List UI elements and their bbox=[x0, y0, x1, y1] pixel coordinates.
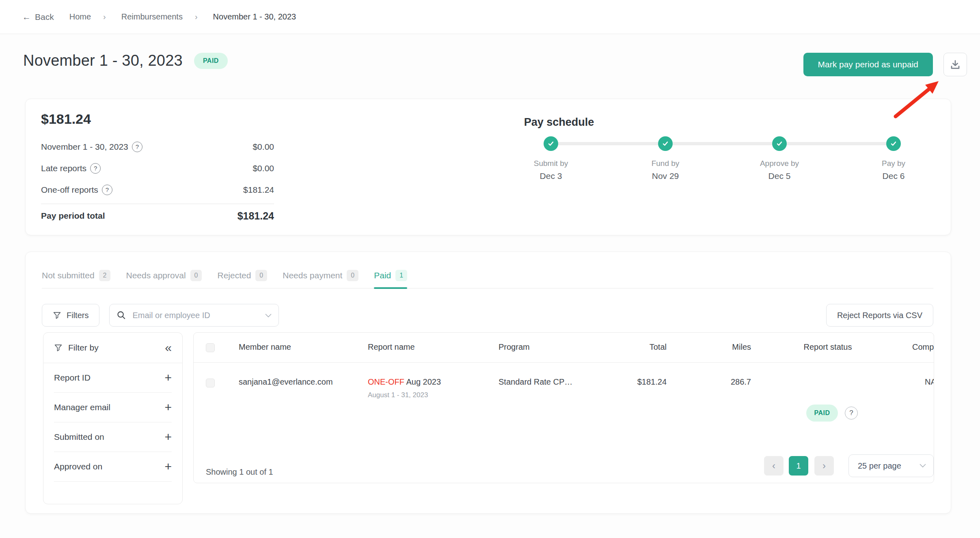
chevron-right-icon: › bbox=[103, 12, 106, 22]
breadcrumb-reimbursements[interactable]: Reimbursements bbox=[121, 12, 183, 22]
col-compliance: Compliance bbox=[912, 342, 934, 352]
page-header: November 1 - 30, 2023 PAID bbox=[23, 52, 228, 69]
filter-item-submitted-on[interactable]: Submitted on + bbox=[54, 422, 172, 452]
back-arrow-icon: ← bbox=[22, 12, 31, 22]
tab-count-badge: 0 bbox=[255, 270, 267, 281]
step-date: Dec 3 bbox=[506, 171, 596, 181]
funnel-icon bbox=[54, 344, 63, 352]
breadcrumb-home[interactable]: Home bbox=[69, 12, 91, 22]
cell-report-name: ONE-OFF Aug 2023 bbox=[368, 377, 441, 387]
tab-paid[interactable]: Paid 1 bbox=[374, 270, 407, 288]
search-field bbox=[109, 304, 279, 327]
reject-reports-csv-button[interactable]: Reject Reports via CSV bbox=[826, 304, 933, 327]
select-all-checkbox[interactable] bbox=[206, 343, 215, 352]
help-icon[interactable]: ? bbox=[845, 407, 858, 420]
chevron-right-icon: › bbox=[195, 12, 198, 22]
per-page-value: 25 per page bbox=[858, 461, 901, 471]
table-header: Member name Report name Program Total Mi… bbox=[194, 333, 934, 363]
pay-period-total-label: Pay period total bbox=[41, 211, 105, 221]
col-miles: Miles bbox=[690, 342, 751, 352]
summary-row-value: $0.00 bbox=[253, 142, 274, 152]
filter-item-report-id[interactable]: Report ID + bbox=[54, 363, 172, 393]
cell-compliance: NA bbox=[925, 377, 934, 387]
tab-count-badge: 1 bbox=[395, 270, 407, 281]
tab-count-badge: 0 bbox=[347, 270, 358, 281]
topbar: ← Back Home › Reimbursements › November … bbox=[0, 0, 980, 34]
step-date: Dec 5 bbox=[735, 171, 824, 181]
plus-icon[interactable]: + bbox=[164, 372, 172, 384]
cell-member-name: sanjana1@everlance.com bbox=[239, 377, 333, 387]
filter-panel-header: Filter by « bbox=[43, 333, 182, 363]
tab-needs-approval[interactable]: Needs approval 0 bbox=[126, 270, 202, 288]
cell-miles: 286.7 bbox=[690, 377, 751, 387]
search-input[interactable] bbox=[109, 304, 279, 327]
summary-row-value: $0.00 bbox=[253, 164, 274, 173]
row-checkbox[interactable] bbox=[206, 379, 215, 387]
summary-row-label: One-off reports bbox=[41, 185, 98, 195]
pay-period-total-amount: $181.24 bbox=[41, 111, 274, 127]
back-label: Back bbox=[35, 12, 54, 22]
plus-icon[interactable]: + bbox=[164, 401, 172, 413]
download-icon bbox=[949, 58, 961, 71]
per-page-select[interactable]: 25 per page bbox=[848, 454, 934, 477]
mark-unpaid-button[interactable]: Mark pay period as unpaid bbox=[803, 53, 933, 76]
summary-total-row: Pay period total $181.24 bbox=[41, 204, 274, 228]
next-page-button[interactable]: › bbox=[814, 456, 834, 476]
schedule-step-pay: Pay by Dec 6 bbox=[849, 136, 938, 181]
col-program: Program bbox=[499, 342, 530, 352]
step-date: Nov 29 bbox=[621, 171, 710, 181]
collapse-panel-icon[interactable]: « bbox=[165, 342, 172, 354]
step-label: Fund by bbox=[621, 159, 710, 168]
filter-bar: Filters bbox=[42, 304, 279, 327]
filters-button-label: Filters bbox=[67, 311, 89, 320]
plus-icon[interactable]: + bbox=[164, 431, 172, 443]
check-circle-icon bbox=[658, 136, 673, 151]
prev-page-button[interactable]: ‹ bbox=[764, 456, 784, 476]
schedule-step-submit: Submit by Dec 3 bbox=[506, 136, 596, 181]
help-icon[interactable]: ? bbox=[132, 142, 142, 152]
step-label: Approve by bbox=[735, 159, 824, 168]
check-circle-icon bbox=[886, 136, 901, 151]
summary-row: One-off reports ? $181.24 bbox=[41, 179, 274, 200]
schedule-step-fund: Fund by Nov 29 bbox=[621, 136, 710, 181]
chevron-left-icon: ‹ bbox=[772, 460, 775, 471]
page-1-button[interactable]: 1 bbox=[789, 456, 808, 476]
reports-table: Member name Report name Program Total Mi… bbox=[193, 332, 934, 483]
report-status-tabs: Not submitted 2 Needs approval 0 Rejecte… bbox=[42, 270, 933, 288]
plus-icon[interactable]: + bbox=[164, 461, 172, 473]
tab-rejected[interactable]: Rejected 0 bbox=[217, 270, 267, 288]
help-icon[interactable]: ? bbox=[90, 163, 101, 174]
cell-report-dates: August 1 - 31, 2023 bbox=[368, 391, 428, 399]
check-circle-icon bbox=[544, 136, 558, 151]
search-icon bbox=[117, 310, 126, 320]
back-button[interactable]: ← Back bbox=[22, 12, 54, 22]
pay-period-total-value: $181.24 bbox=[237, 210, 274, 222]
showing-count: Showing 1 out of 1 bbox=[206, 467, 273, 477]
summary-row: Late reports ? $0.00 bbox=[41, 157, 274, 179]
pay-schedule-title: Pay schedule bbox=[494, 116, 624, 129]
one-off-tag: ONE-OFF bbox=[368, 377, 404, 386]
tab-count-badge: 2 bbox=[99, 270, 111, 281]
tab-not-submitted[interactable]: Not submitted 2 bbox=[42, 270, 110, 288]
chevron-down-icon bbox=[920, 464, 926, 468]
col-report-name: Report name bbox=[368, 342, 415, 352]
download-button[interactable] bbox=[943, 53, 967, 76]
help-icon[interactable]: ? bbox=[102, 185, 112, 195]
funnel-icon bbox=[53, 311, 61, 320]
check-circle-icon bbox=[772, 136, 787, 151]
col-total: Total bbox=[600, 342, 667, 352]
pay-period-summary-card: $181.24 November 1 - 30, 2023 ? $0.00 La… bbox=[25, 99, 951, 235]
tab-needs-payment[interactable]: Needs payment 0 bbox=[283, 270, 358, 288]
summary-row-label: Late reports bbox=[41, 164, 86, 173]
table-row[interactable]: sanjana1@everlance.com ONE-OFF Aug 2023 … bbox=[194, 363, 934, 424]
col-member-name: Member name bbox=[239, 342, 291, 352]
schedule-step-approve: Approve by Dec 5 bbox=[735, 136, 824, 181]
filter-item-manager-email[interactable]: Manager email + bbox=[54, 393, 172, 422]
chevron-down-icon bbox=[265, 314, 272, 318]
filters-button[interactable]: Filters bbox=[42, 304, 99, 327]
filter-panel: Filter by « Report ID + Manager email + … bbox=[43, 332, 183, 504]
timeline-connector bbox=[551, 142, 894, 145]
summary-row: November 1 - 30, 2023 ? $0.00 bbox=[41, 136, 274, 157]
filter-item-approved-on[interactable]: Approved on + bbox=[54, 452, 172, 482]
cell-program: Standard Rate CP… bbox=[499, 377, 572, 387]
